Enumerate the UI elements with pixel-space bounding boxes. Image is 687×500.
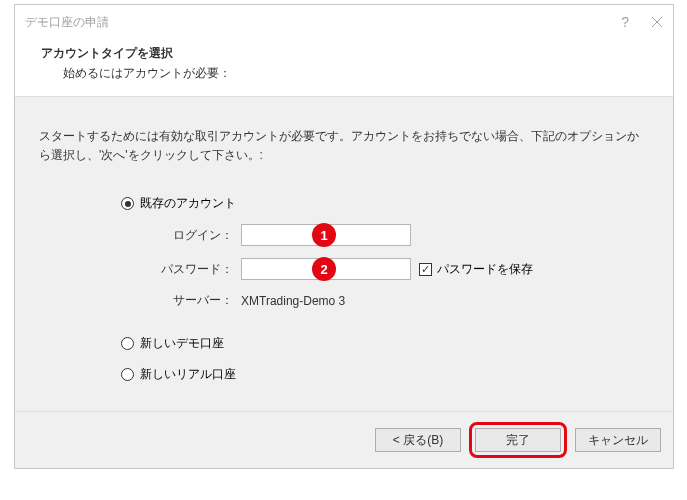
radio-label: 新しいデモ口座	[140, 335, 224, 352]
save-password-checkbox[interactable]: パスワードを保存	[419, 261, 533, 278]
cancel-button[interactable]: キャンセル	[575, 428, 661, 452]
header-title: アカウントタイプを選択	[41, 45, 647, 62]
header-subtitle: 始めるにはアカウントが必要：	[41, 65, 647, 82]
help-icon[interactable]: ?	[621, 14, 629, 30]
password-row: パスワード： パスワードを保存 2	[155, 258, 649, 280]
server-row: サーバー： XMTrading-Demo 3	[155, 292, 649, 309]
titlebar-controls: ?	[621, 14, 663, 30]
login-label: ログイン：	[155, 227, 233, 244]
radio-new-demo[interactable]: 新しいデモ口座	[121, 335, 649, 352]
checkbox-icon	[419, 263, 432, 276]
server-value: XMTrading-Demo 3	[241, 294, 345, 308]
radio-existing-account[interactable]: 既存のアカウント	[121, 195, 649, 212]
body-region: スタートするためには有効な取引アカウントが必要です。アカウントをお持ちでない場合…	[15, 96, 673, 411]
window-title: デモ口座の申請	[25, 14, 109, 31]
radio-icon	[121, 368, 134, 381]
radio-icon	[121, 197, 134, 210]
finish-highlight: 完了	[469, 422, 567, 458]
login-row: ログイン： 1	[155, 224, 649, 246]
radio-new-real[interactable]: 新しいリアル口座	[121, 366, 649, 383]
existing-account-fields: ログイン： 1 パスワード： パスワードを保存 2 サーバー： XMTradin…	[121, 224, 649, 309]
options-group: 既存のアカウント ログイン： 1 パスワード： パスワードを保存 2	[39, 195, 649, 383]
instruction-text: スタートするためには有効な取引アカウントが必要です。アカウントをお持ちでない場合…	[39, 127, 649, 165]
radio-label: 新しいリアル口座	[140, 366, 236, 383]
close-icon[interactable]	[651, 16, 663, 28]
login-input[interactable]	[241, 224, 411, 246]
back-button[interactable]: < 戻る(B)	[375, 428, 461, 452]
demo-account-dialog: デモ口座の申請 ? アカウントタイプを選択 始めるにはアカウントが必要： スター…	[14, 4, 674, 469]
titlebar: デモ口座の申請 ?	[15, 5, 673, 39]
radio-label: 既存のアカウント	[140, 195, 236, 212]
finish-button[interactable]: 完了	[475, 428, 561, 452]
password-input[interactable]	[241, 258, 411, 280]
server-label: サーバー：	[155, 292, 233, 309]
password-label: パスワード：	[155, 261, 233, 278]
radio-icon	[121, 337, 134, 350]
header-region: アカウントタイプを選択 始めるにはアカウントが必要：	[15, 39, 673, 96]
save-password-label: パスワードを保存	[437, 261, 533, 278]
footer: < 戻る(B) 完了 キャンセル	[15, 411, 673, 468]
